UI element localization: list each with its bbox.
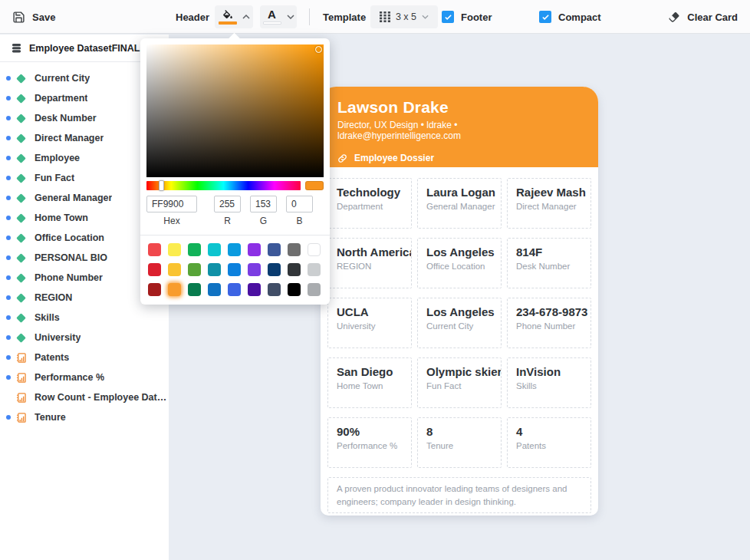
attribute-diamond-icon — [16, 193, 26, 203]
in-use-dot — [6, 176, 11, 180]
footer-checkbox[interactable] — [442, 11, 454, 23]
palette-swatch[interactable] — [248, 263, 261, 276]
header-text-color-button[interactable]: A — [260, 5, 297, 28]
footer-checkbox-label: Footer — [461, 12, 492, 23]
palette-swatch[interactable] — [208, 283, 221, 296]
palette-swatch[interactable] — [188, 243, 201, 256]
popup-divider — [140, 235, 330, 236]
palette-swatch[interactable] — [208, 243, 221, 256]
hex-input[interactable] — [146, 196, 197, 212]
card-subtitle[interactable]: Director, UX Design • ldrake • ldrake@hy… — [337, 120, 583, 141]
card-preview: Lawson Drake Director, UX Design • ldrak… — [321, 87, 598, 516]
palette-swatch[interactable] — [248, 243, 261, 256]
field-label: Department — [35, 93, 87, 104]
card-footer[interactable]: A proven product innovator leading teams… — [327, 477, 591, 513]
field-list-item[interactable]: University — [0, 328, 169, 348]
save-button[interactable]: Save — [12, 11, 55, 24]
field-label: Desk Number — [35, 113, 97, 124]
card-cell[interactable]: Los Angeles Current City — [417, 298, 502, 348]
palette-swatch[interactable] — [288, 243, 301, 256]
card-cell[interactable]: San Diego Home Town — [327, 357, 412, 408]
chevron-down-icon — [287, 15, 294, 19]
cell-label: Current City — [426, 321, 492, 331]
card-cell[interactable]: InVision Skills — [507, 357, 591, 408]
palette-swatch[interactable] — [188, 283, 201, 296]
database-icon — [11, 42, 22, 54]
palette-swatch[interactable] — [168, 283, 181, 296]
header-fill-color-button[interactable] — [215, 5, 253, 28]
palette-swatch[interactable] — [208, 263, 221, 276]
hue-slider-handle[interactable] — [159, 180, 164, 191]
cell-label: Performance % — [337, 441, 403, 450]
palette-swatch[interactable] — [148, 263, 161, 276]
check-icon — [541, 13, 550, 21]
attribute-diamond-icon — [16, 333, 26, 343]
card-cell[interactable]: Technology Department — [327, 178, 412, 229]
metric-report-icon — [16, 373, 26, 383]
palette-swatch[interactable] — [308, 263, 321, 276]
card-cell[interactable]: 4 Patents — [507, 417, 591, 468]
palette-swatch[interactable] — [288, 263, 301, 276]
compact-checkbox[interactable] — [539, 11, 551, 23]
cell-value: 4 — [516, 425, 582, 438]
color-picker-popup: Hex R G B — [140, 38, 330, 305]
palette-swatch[interactable] — [168, 243, 181, 256]
field-list-item[interactable]: Row Count - Employee Dataset... — [0, 387, 169, 407]
color-cursor-icon[interactable] — [315, 46, 322, 53]
card-cell[interactable]: Los Angeles Office Location — [417, 238, 502, 288]
palette-swatch[interactable] — [308, 283, 321, 296]
card-cell[interactable]: 234-678-9873 Phone Number — [507, 298, 591, 348]
green-input[interactable] — [250, 196, 277, 212]
hue-slider[interactable] — [146, 181, 301, 190]
paint-bucket-icon — [219, 10, 237, 25]
compact-checkbox-row[interactable]: Compact — [539, 11, 601, 23]
palette-swatch[interactable] — [228, 283, 241, 296]
palette-swatch[interactable] — [248, 283, 261, 296]
cell-label: Direct Manager — [516, 202, 582, 211]
color-palette — [146, 243, 324, 296]
in-use-dot — [6, 415, 11, 420]
in-use-dot — [6, 156, 11, 160]
field-list-item[interactable]: Tenure — [0, 407, 169, 427]
palette-swatch[interactable] — [268, 283, 281, 296]
link-icon — [337, 153, 347, 163]
palette-swatch[interactable] — [288, 283, 301, 296]
card-cell[interactable]: UCLA University — [327, 298, 412, 348]
palette-swatch[interactable] — [148, 243, 161, 256]
field-label: Current City — [35, 73, 90, 84]
card-cell[interactable]: Laura Logan General Manager — [417, 178, 502, 229]
card-header[interactable]: Lawson Drake Director, UX Design • ldrak… — [321, 87, 598, 167]
card-cell[interactable]: 8 Tenure — [417, 417, 502, 468]
card-title[interactable]: Lawson Drake — [337, 98, 583, 117]
palette-swatch[interactable] — [148, 283, 161, 296]
palette-swatch[interactable] — [228, 243, 241, 256]
card-link[interactable]: Employee Dossier — [337, 153, 583, 163]
card-cell[interactable]: Rajeev Mash Direct Manager — [507, 178, 591, 229]
blue-input[interactable] — [286, 196, 313, 212]
attribute-diamond-icon — [16, 213, 26, 223]
palette-swatch[interactable] — [188, 263, 201, 276]
in-use-dot — [6, 236, 11, 240]
palette-swatch[interactable] — [228, 263, 241, 276]
field-list-item[interactable]: Performance % — [0, 367, 169, 387]
palette-swatch[interactable] — [268, 263, 281, 276]
saturation-value-area[interactable] — [146, 44, 324, 177]
palette-swatch[interactable] — [308, 243, 321, 256]
card-cell[interactable]: North America REGION — [327, 238, 412, 288]
card-cell[interactable]: 90% Performance % — [327, 417, 412, 468]
card-cell[interactable]: Olympic skier Fun Fact — [417, 357, 502, 408]
palette-swatch[interactable] — [268, 243, 281, 256]
metric-report-icon — [16, 353, 26, 363]
template-layout-dropdown[interactable]: 3 x 5 — [370, 5, 438, 28]
card-cell[interactable]: 814F Desk Number — [507, 238, 591, 288]
footer-checkbox-row[interactable]: Footer — [442, 11, 492, 23]
field-list-item[interactable]: Patents — [0, 348, 169, 367]
grid-icon — [380, 12, 390, 22]
save-icon — [12, 11, 25, 24]
clear-card-button[interactable]: Clear Card — [668, 11, 738, 23]
template-layout-value: 3 x 5 — [396, 12, 416, 22]
red-input[interactable] — [214, 196, 241, 212]
palette-swatch[interactable] — [168, 263, 181, 276]
field-list-item[interactable]: Skills — [0, 308, 169, 328]
in-use-dot — [6, 355, 11, 360]
